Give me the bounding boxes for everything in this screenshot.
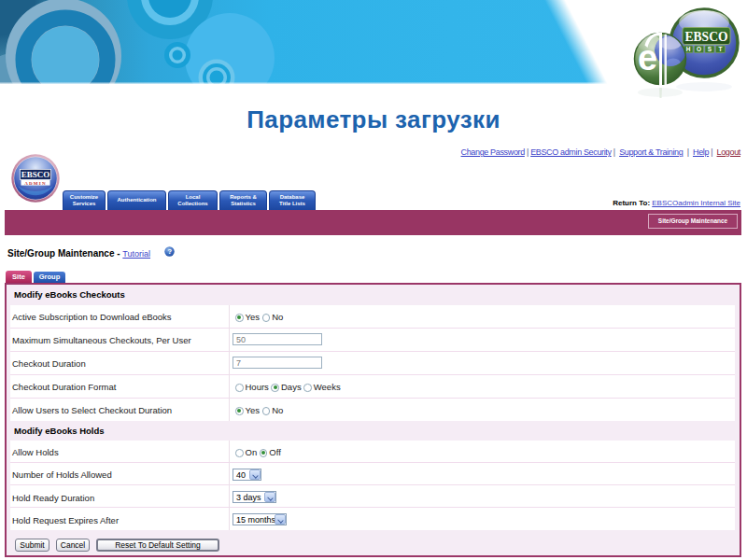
svg-text:EBSCO: EBSCO [21,170,50,179]
svg-text:O: O [697,46,701,52]
svg-text:S: S [708,46,712,52]
svg-text:H: H [686,46,691,52]
svg-text:T: T [719,46,723,52]
svg-text:?: ? [167,247,172,256]
svg-text:EBSCO: EBSCO [685,29,728,44]
svg-text:ADMIN: ADMIN [24,181,47,186]
svg-text:e: e [638,38,657,77]
